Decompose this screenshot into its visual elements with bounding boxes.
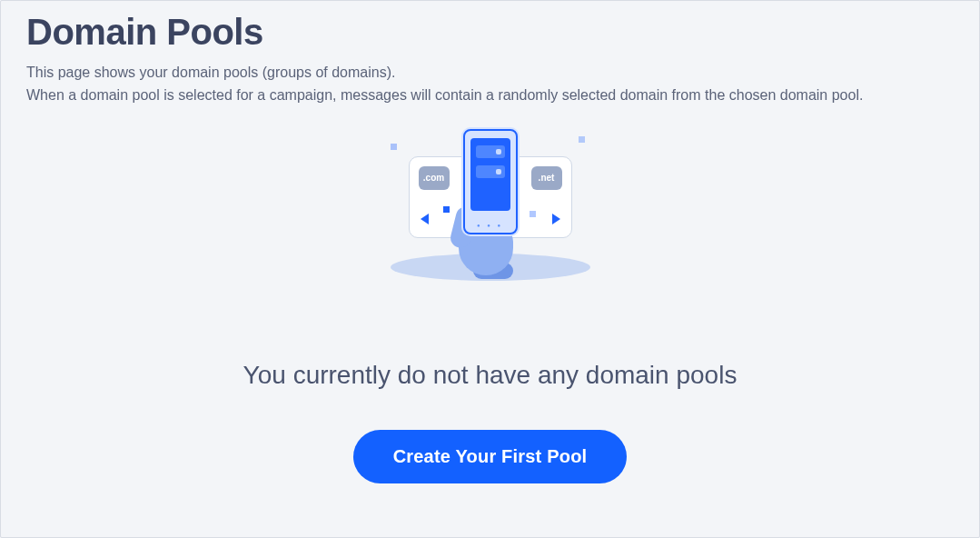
page-title: Domain Pools (26, 12, 954, 53)
arrow-right-icon (552, 214, 560, 224)
confetti-square-icon (579, 136, 585, 143)
arrow-left-icon (421, 214, 429, 224)
phone-icon: ● ● ● (463, 129, 518, 234)
empty-state-illustration: .com .net ● ● ● (409, 129, 572, 288)
page-description: This page shows your domain pools (group… (26, 62, 954, 107)
empty-state-message: You currently do not have any domain poo… (26, 361, 954, 390)
page-description-line2: When a domain pool is selected for a cam… (26, 87, 863, 103)
cta-row: Create Your First Pool (26, 430, 954, 483)
domain-pools-panel: Domain Pools This page shows your domain… (0, 0, 980, 538)
empty-state: .com .net ● ● ● You cur (26, 129, 954, 483)
confetti-square-icon (391, 144, 397, 150)
create-first-pool-button[interactable]: Create Your First Pool (353, 430, 628, 483)
page-description-line1: This page shows your domain pools (group… (26, 65, 395, 80)
tld-chip-com: .com (419, 166, 450, 190)
confetti-square-icon (443, 206, 450, 213)
tld-chip-net: .net (531, 166, 562, 190)
